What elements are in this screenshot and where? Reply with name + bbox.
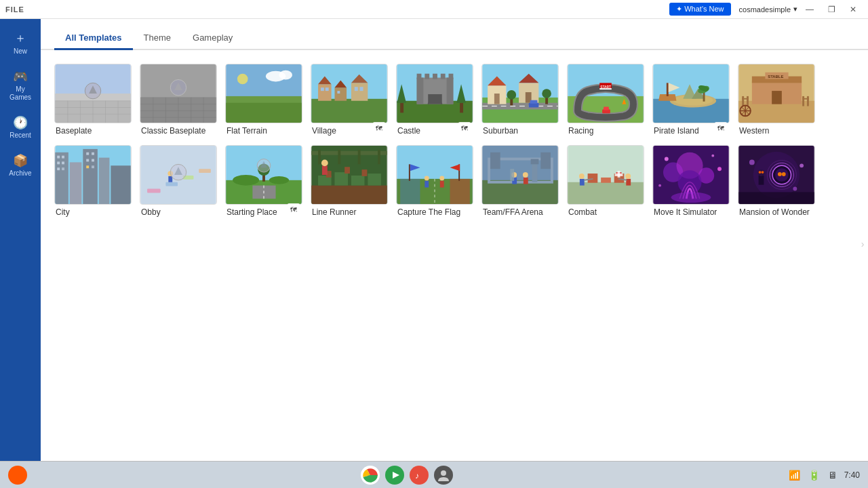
restore-button[interactable]: ❐ bbox=[822, 3, 841, 16]
svg-rect-189 bbox=[532, 162, 538, 182]
user-menu[interactable]: cosmadesimple ▾ bbox=[739, 5, 797, 14]
svg-point-71 bbox=[507, 90, 516, 100]
svg-rect-74 bbox=[529, 103, 539, 108]
template-city[interactable]: City bbox=[54, 145, 132, 218]
svg-rect-161 bbox=[311, 151, 387, 155]
sidebar-item-my-games[interactable]: 🎮 My Games bbox=[3, 64, 38, 107]
template-thumb-obby bbox=[140, 145, 217, 205]
new-icon: ＋ bbox=[14, 30, 26, 46]
template-pirate-island[interactable]: 🗺 Pirate Island bbox=[652, 64, 730, 137]
minimize-button[interactable]: — bbox=[800, 3, 819, 16]
chrome-icon[interactable] bbox=[361, 466, 380, 485]
sidebar: ＋ New 🎮 My Games 🕐 Recent 📦 Archive bbox=[0, 19, 41, 461]
template-thumb-starting bbox=[225, 145, 302, 205]
template-combat[interactable]: Combat bbox=[567, 145, 644, 218]
svg-rect-119 bbox=[57, 156, 60, 159]
svg-rect-75 bbox=[530, 100, 538, 104]
svg-rect-115 bbox=[70, 162, 82, 204]
svg-rect-42 bbox=[337, 91, 340, 94]
template-line-runner[interactable]: Line Runner bbox=[311, 145, 388, 218]
svg-rect-88 bbox=[667, 83, 669, 96]
svg-rect-120 bbox=[62, 156, 64, 159]
template-mansion-label: Mansion of Wonder bbox=[738, 205, 815, 218]
user-icon[interactable] bbox=[434, 466, 453, 485]
template-thumb-capture bbox=[396, 145, 473, 205]
svg-rect-180 bbox=[482, 180, 557, 204]
svg-rect-170 bbox=[409, 164, 410, 180]
sidebar-item-archive[interactable]: 📦 Archive bbox=[3, 148, 38, 183]
template-suburban[interactable]: Suburban bbox=[481, 64, 559, 137]
template-classic-baseplate[interactable]: Classic Baseplate bbox=[140, 64, 217, 137]
svg-rect-102 bbox=[742, 96, 744, 106]
template-team-ffa[interactable]: Team/FFA Arena bbox=[481, 145, 559, 218]
svg-point-187 bbox=[523, 172, 528, 178]
svg-rect-55 bbox=[428, 94, 442, 104]
template-thumb-line-runner bbox=[311, 145, 388, 205]
svg-rect-56 bbox=[400, 103, 403, 113]
svg-rect-123 bbox=[57, 167, 60, 170]
recent-icon: 🕐 bbox=[13, 115, 28, 130]
svg-rect-154 bbox=[351, 176, 365, 186]
taskbar-center: ♪ bbox=[361, 466, 453, 485]
svg-rect-40 bbox=[321, 87, 324, 91]
template-starting-place[interactable]: 🗺 Starting Place bbox=[225, 145, 302, 218]
music-icon[interactable]: ♪ bbox=[410, 466, 429, 485]
template-thumb-combat bbox=[567, 145, 644, 205]
svg-rect-117 bbox=[99, 158, 110, 204]
scroll-right-hint: › bbox=[857, 239, 868, 249]
titlebar-controls: ✦ What's New cosmadesimple ▾ — ❐ ✕ bbox=[669, 3, 863, 16]
template-flat-terrain[interactable]: Flat Terrain bbox=[225, 64, 302, 137]
svg-point-229 bbox=[793, 187, 797, 191]
template-castle[interactable]: 🗺 Castle bbox=[396, 64, 473, 137]
svg-rect-121 bbox=[57, 161, 60, 164]
templates-grid: Baseplate bbox=[54, 64, 854, 218]
sidebar-item-recent[interactable]: 🕐 Recent bbox=[3, 110, 38, 145]
svg-rect-164 bbox=[358, 150, 361, 165]
svg-point-202 bbox=[625, 174, 631, 179]
template-move-it[interactable]: Move It Simulator bbox=[652, 145, 730, 218]
svg-point-160 bbox=[321, 160, 328, 167]
sidebar-item-new[interactable]: ＋ New bbox=[3, 24, 38, 61]
svg-rect-186 bbox=[524, 178, 528, 184]
tab-gameplay[interactable]: Gameplay bbox=[182, 27, 243, 50]
svg-point-219 bbox=[759, 171, 762, 174]
tab-all-templates[interactable]: All Templates bbox=[54, 27, 133, 50]
tab-theme[interactable]: Theme bbox=[133, 27, 182, 50]
svg-rect-198 bbox=[615, 174, 623, 176]
template-capture-the-flag[interactable]: Capture The Flag bbox=[396, 145, 473, 218]
template-village[interactable]: 🗺 Village bbox=[311, 64, 388, 137]
template-mansion[interactable]: Mansion of Wonder bbox=[738, 145, 815, 218]
sidebar-archive-label: Archive bbox=[9, 169, 31, 178]
svg-rect-159 bbox=[322, 165, 328, 175]
template-obby[interactable]: Obby bbox=[140, 145, 217, 218]
whats-new-button[interactable]: ✦ What's New bbox=[669, 3, 730, 16]
svg-rect-33 bbox=[311, 99, 387, 123]
template-baseplate-label: Baseplate bbox=[54, 123, 132, 137]
template-thumb-pirate bbox=[652, 64, 730, 123]
svg-rect-126 bbox=[92, 152, 94, 155]
svg-rect-72 bbox=[545, 98, 548, 104]
my-games-icon: 🎮 bbox=[13, 69, 28, 84]
svg-rect-118 bbox=[111, 165, 130, 204]
template-baseplate[interactable]: Baseplate bbox=[54, 64, 132, 137]
svg-point-223 bbox=[778, 172, 782, 176]
archive-icon: 📦 bbox=[13, 153, 28, 168]
file-menu[interactable]: FILE bbox=[5, 5, 24, 14]
template-thumb-mansion bbox=[738, 145, 815, 205]
template-thumb-suburban bbox=[481, 64, 559, 123]
svg-rect-49 bbox=[447, 78, 454, 104]
template-thumb-baseplate bbox=[54, 64, 132, 123]
svg-rect-157 bbox=[344, 167, 350, 174]
svg-point-211 bbox=[711, 155, 714, 157]
svg-point-176 bbox=[425, 176, 429, 180]
template-western[interactable]: STABLE bbox=[738, 64, 815, 137]
screen-icon: 🖥 bbox=[828, 470, 837, 481]
close-button[interactable]: ✕ bbox=[844, 3, 863, 16]
svg-point-228 bbox=[800, 163, 804, 167]
svg-rect-195 bbox=[601, 178, 611, 183]
play-icon[interactable] bbox=[385, 466, 404, 485]
main-layout: ＋ New 🎮 My Games 🕐 Recent 📦 Archive All … bbox=[0, 19, 868, 461]
svg-point-29 bbox=[237, 74, 248, 85]
sidebar-mygames-label: My Games bbox=[5, 85, 35, 102]
template-racing[interactable]: START Racing bbox=[567, 64, 644, 137]
